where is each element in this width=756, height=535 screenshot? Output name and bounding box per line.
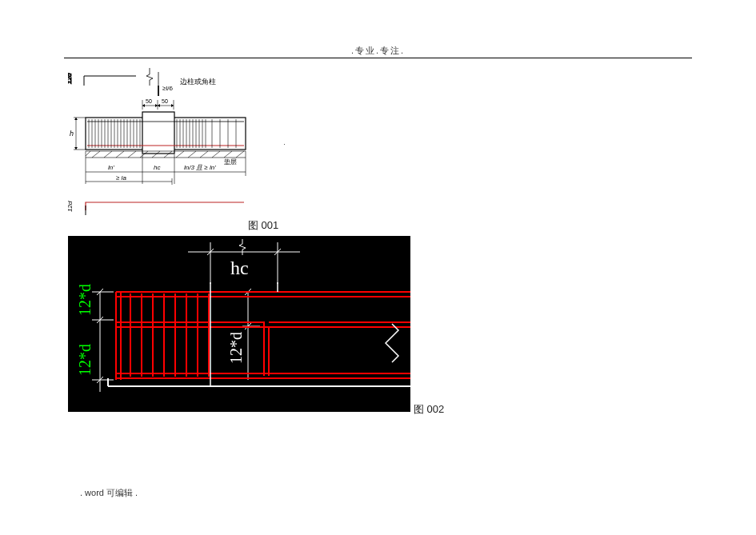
fig2-label-hc: hc bbox=[230, 258, 249, 278]
fig1-label-la: ≥ la bbox=[116, 174, 126, 182]
svg-line-52 bbox=[176, 151, 184, 158]
svg-line-48 bbox=[128, 151, 136, 158]
fig1-label-column: 边柱或角柱 bbox=[180, 78, 216, 86]
figure-002: hc 12*d 12*d 12*d bbox=[68, 236, 410, 412]
svg-line-54 bbox=[200, 151, 208, 158]
fig1-label-ln: ln' bbox=[108, 164, 114, 171]
figure-002-caption: 图 002 bbox=[414, 402, 444, 417]
figure-001-caption: 图 001 bbox=[248, 218, 278, 233]
figure-001-svg: 12d ≥l/6 边柱或角柱 50 50 bbox=[68, 68, 248, 228]
svg-line-57 bbox=[236, 151, 244, 158]
fig1-label-l6: ≥l/6 bbox=[162, 85, 173, 92]
fig1-label-50a: 50 bbox=[146, 98, 152, 104]
figure-001: 12d ≥l/6 边柱或角柱 50 50 bbox=[68, 68, 248, 228]
figure-001-container: 12d ≥l/6 边柱或角柱 50 50 bbox=[68, 68, 248, 228]
fig1-label-hc: hc bbox=[154, 164, 160, 171]
svg-line-56 bbox=[224, 151, 232, 158]
figure-002-svg: hc 12*d 12*d 12*d bbox=[68, 236, 410, 412]
figure-002-container: hc 12*d 12*d 12*d bbox=[68, 236, 410, 412]
fig1-label-h: h bbox=[70, 130, 74, 138]
svg-line-45 bbox=[92, 151, 100, 158]
fig1-label-12d-bot: 12d bbox=[68, 201, 74, 212]
svg-line-47 bbox=[116, 151, 124, 158]
header-rule bbox=[64, 58, 692, 58]
page-footer: . word 可编辑 . bbox=[80, 487, 138, 499]
dot-decoration bbox=[284, 144, 285, 145]
page-header-watermark: .专业.专注. bbox=[0, 45, 756, 57]
svg-rect-7 bbox=[142, 112, 174, 154]
fig1-label-12d-top: 12d bbox=[68, 73, 73, 84]
fig2-label-12d-top: 12*d bbox=[76, 284, 94, 316]
svg-line-53 bbox=[188, 151, 196, 158]
svg-line-46 bbox=[104, 151, 112, 158]
svg-line-44 bbox=[86, 151, 90, 156]
svg-line-55 bbox=[212, 151, 220, 158]
fig2-label-12d-bot: 12*d bbox=[76, 344, 94, 376]
fig1-label-cushion: 垫层 bbox=[224, 158, 237, 166]
fig1-label-50b: 50 bbox=[162, 98, 168, 104]
fig1-label-span: ln/3 且 ≥ ln' bbox=[184, 164, 216, 171]
fig2-label-12d-center: 12*d bbox=[227, 332, 245, 364]
